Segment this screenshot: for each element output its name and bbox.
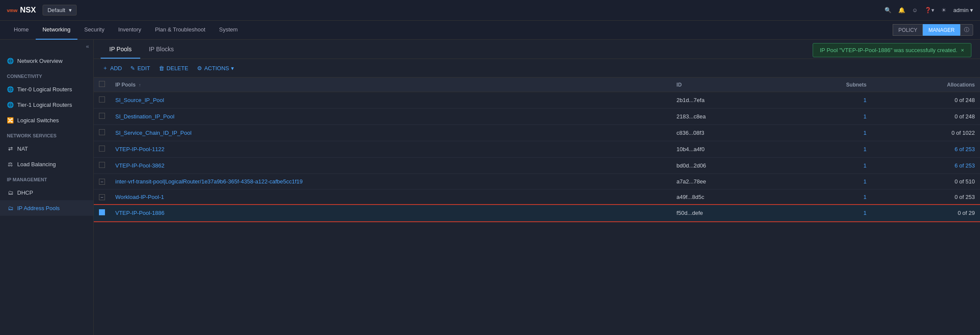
dhcp-label: DHCP	[17, 189, 33, 196]
row-id: bd0d...2d06	[672, 158, 785, 174]
minus-checkbox[interactable]: −	[99, 179, 105, 185]
section-network-services: Network Services	[0, 128, 93, 141]
select-all-checkbox[interactable]	[99, 81, 105, 87]
tier0-label: Tier-0 Logical Routers	[17, 86, 72, 93]
load-balancing-icon: ⚖	[7, 161, 14, 168]
nav-system[interactable]: System	[212, 21, 244, 40]
table-wrap: IP Pools ↑ ID Subnets Allocations SI_Sou…	[94, 78, 980, 335]
col-allocations: Allocations	[872, 78, 980, 92]
row-subnets: 1	[785, 158, 872, 174]
env-label: Default	[47, 7, 65, 13]
bell-icon[interactable]: 🔔	[898, 7, 905, 13]
admin-menu[interactable]: admin ▾	[953, 7, 973, 13]
ip-pools-label: IP Address Pools	[17, 205, 60, 211]
edit-button[interactable]: ✎ EDIT	[129, 64, 152, 72]
row-allocations: 0 of 29	[872, 205, 980, 221]
policy-button[interactable]: POLICY	[893, 24, 923, 36]
delete-button[interactable]: 🗑 DELETE	[157, 64, 190, 72]
row-checkbox[interactable]	[99, 146, 105, 152]
sidebar-item-nat[interactable]: ⇄ NAT	[0, 141, 93, 156]
tab-bar: IP Pools IP Blocks IP Pool "VTEP-IP-Pool…	[94, 40, 980, 59]
section-ip-management: IP Management	[0, 172, 93, 185]
tier1-icon: 🌐	[7, 101, 14, 108]
sun-icon[interactable]: ☀	[941, 7, 946, 13]
table-row[interactable]: VTEP-IP-Pool-3862bd0d...2d0616 of 253	[94, 158, 980, 174]
minus-checkbox[interactable]: −	[99, 194, 105, 200]
network-overview-label: Network Overview	[17, 58, 62, 64]
top-bar: vmw NSX Default ▾ 🔍 🔔 ☺ ❓▾ ☀ admin ▾	[0, 0, 980, 21]
sort-icon[interactable]: ↑	[139, 83, 141, 87]
face-icon[interactable]: ☺	[912, 7, 918, 13]
table-row[interactable]: −Workload-IP-Pool-1a49f...8d5c10 of 253	[94, 189, 980, 205]
manager-button[interactable]: MANAGER	[923, 24, 960, 36]
load-balancing-label: Load Balancing	[17, 161, 56, 168]
table-row[interactable]: SI_Destination_IP_Pool2183...c8ea10 of 2…	[94, 109, 980, 125]
table-row[interactable]: SI_Service_Chain_ID_IP_Poolc836...08f310…	[94, 125, 980, 141]
vmware-logo: vmw	[7, 8, 17, 13]
nav-networking[interactable]: Networking	[36, 21, 77, 40]
env-selector[interactable]: Default ▾	[43, 5, 76, 16]
row-checkbox[interactable]	[99, 113, 105, 119]
logical-switches-icon: 🔀	[7, 117, 14, 124]
table-row[interactable]: −inter-vrf-transit-pool|LogicalRouter/1e…	[94, 174, 980, 189]
row-checkbox[interactable]	[99, 129, 105, 135]
table-row[interactable]: SI_Source_IP_Pool2b1d...7efa10 of 248	[94, 92, 980, 109]
notification-message: IP Pool "VTEP-IP-Pool-1886" was successf…	[820, 47, 958, 53]
info-button[interactable]: ⓘ	[960, 24, 973, 36]
table-header-row: IP Pools ↑ ID Subnets Allocations	[94, 78, 980, 92]
row-checkbox[interactable]	[99, 209, 105, 215]
col-id: ID	[672, 78, 785, 92]
nav-home[interactable]: Home	[7, 21, 36, 40]
row-subnets: 1	[785, 189, 872, 205]
tab-ip-blocks[interactable]: IP Blocks	[140, 40, 182, 59]
row-subnets: 1	[785, 141, 872, 158]
sidebar-item-network-overview[interactable]: 🌐 Network Overview	[0, 53, 93, 68]
row-id: c836...08f3	[672, 125, 785, 141]
row-name: Workload-IP-Pool-1	[110, 189, 672, 205]
row-id: 10b4...a4f0	[672, 141, 785, 158]
row-checkbox[interactable]	[99, 96, 105, 102]
nav-security[interactable]: Security	[77, 21, 111, 40]
layout: « 🌐 Network Overview Connectivity 🌐 Tier…	[0, 40, 980, 335]
tier1-label: Tier-1 Logical Routers	[17, 102, 72, 108]
chevron-down-icon: ▾	[231, 65, 234, 71]
row-subnets: 1	[785, 92, 872, 109]
row-checkbox[interactable]	[99, 162, 105, 168]
sidebar-item-dhcp[interactable]: 🗂 DHCP	[0, 185, 93, 200]
add-icon: ＋	[102, 64, 108, 72]
row-id: 2183...c8ea	[672, 109, 785, 125]
row-allocations: 0 of 510	[872, 174, 980, 189]
sidebar-item-load-balancing[interactable]: ⚖ Load Balancing	[0, 156, 93, 172]
notification-close-button[interactable]: ×	[961, 47, 964, 53]
top-bar-actions: 🔍 🔔 ☺ ❓▾ ☀ admin ▾	[884, 7, 973, 13]
section-connectivity: Connectivity	[0, 68, 93, 81]
collapse-button[interactable]: «	[0, 40, 93, 53]
add-button[interactable]: ＋ ADD	[101, 63, 123, 73]
actions-label: ACTIONS	[204, 65, 229, 71]
help-icon[interactable]: ❓▾	[925, 7, 934, 13]
nav-plan-troubleshoot[interactable]: Plan & Troubleshoot	[148, 21, 212, 40]
table-row[interactable]: VTEP-IP-Pool-1886f50d...defe10 of 29	[94, 205, 980, 221]
nav-inventory[interactable]: Inventory	[111, 21, 148, 40]
add-label: ADD	[110, 65, 122, 71]
sidebar-item-tier0[interactable]: 🌐 Tier-0 Logical Routers	[0, 81, 93, 97]
logical-switches-label: Logical Switches	[17, 117, 59, 124]
row-name: SI_Source_IP_Pool	[110, 92, 672, 109]
actions-button[interactable]: ⚙ ACTIONS ▾	[195, 64, 236, 72]
row-name: inter-vrf-transit-pool|LogicalRouter/1e3…	[110, 174, 672, 189]
table-row[interactable]: VTEP-IP-Pool-112210b4...a4f016 of 253	[94, 141, 980, 158]
table-body: SI_Source_IP_Pool2b1d...7efa10 of 248SI_…	[94, 92, 980, 221]
tab-ip-pools[interactable]: IP Pools	[101, 40, 140, 59]
row-name: VTEP-IP-Pool-1122	[110, 141, 672, 158]
search-icon[interactable]: 🔍	[884, 7, 891, 13]
sidebar-item-logical-switches[interactable]: 🔀 Logical Switches	[0, 112, 93, 128]
sidebar-item-tier1[interactable]: 🌐 Tier-1 Logical Routers	[0, 97, 93, 112]
row-allocations: 0 of 253	[872, 189, 980, 205]
row-allocations: 0 of 248	[872, 92, 980, 109]
row-id: 2b1d...7efa	[672, 92, 785, 109]
sidebar-item-ip-address-pools[interactable]: 🗂 IP Address Pools	[0, 200, 93, 216]
row-allocations: 0 of 248	[872, 109, 980, 125]
dhcp-icon: 🗂	[7, 189, 14, 196]
row-name: VTEP-IP-Pool-3862	[110, 158, 672, 174]
edit-icon: ✎	[130, 65, 135, 71]
